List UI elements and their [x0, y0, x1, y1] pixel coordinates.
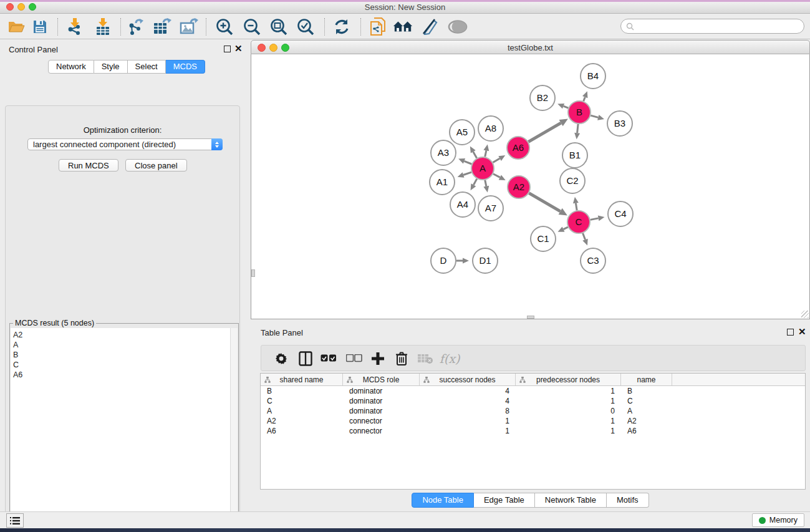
- table-cell[interactable]: 8: [420, 407, 516, 415]
- table-cell[interactable]: B: [621, 387, 672, 395]
- column-header-shared-name[interactable]: shared name: [261, 374, 343, 385]
- graph-edge[interactable]: [591, 218, 599, 220]
- table-cell[interactable]: A: [621, 407, 672, 415]
- tab-style[interactable]: Style: [94, 60, 128, 74]
- table-row[interactable]: A6connector11A6: [261, 426, 805, 436]
- result-list-item[interactable]: A6: [13, 370, 230, 380]
- graph-edge[interactable]: [577, 124, 578, 133]
- graph-edge[interactable]: [485, 150, 486, 157]
- close-panel-button[interactable]: Close panel: [125, 159, 187, 172]
- graph-edge[interactable]: [529, 193, 560, 211]
- window-resize-grip[interactable]: [801, 311, 809, 318]
- table-options-gear-icon[interactable]: [271, 349, 291, 369]
- result-list-item[interactable]: C: [13, 360, 230, 370]
- table-cell[interactable]: 1: [420, 427, 516, 435]
- graph-edge[interactable]: [576, 203, 577, 211]
- table-cell[interactable]: A2: [261, 417, 343, 425]
- table-cell[interactable]: dominator: [343, 387, 420, 395]
- table-cell[interactable]: 1: [516, 417, 621, 425]
- table-body[interactable]: Bdominator41BCdominator41CAdominator80AA…: [261, 386, 805, 436]
- export-table-icon[interactable]: [152, 17, 172, 37]
- column-header-successor-nodes[interactable]: successor nodes: [420, 374, 516, 385]
- table-cell[interactable]: B: [261, 387, 343, 395]
- column-browser-icon[interactable]: [296, 349, 316, 369]
- tab-node-table[interactable]: Node Table: [412, 493, 474, 508]
- network-graph[interactable]: AA1A3A5A8A4A7A6A2BB2B4B3B1CC2C4C1C3DD1: [251, 54, 809, 318]
- import-network-icon[interactable]: [65, 17, 85, 37]
- graph-edge[interactable]: [493, 158, 499, 162]
- mcds-result-list[interactable]: A2ABCA6: [11, 328, 230, 532]
- graph-edge[interactable]: [485, 180, 486, 186]
- delete-table-icon[interactable]: [415, 349, 435, 369]
- refresh-icon[interactable]: [332, 17, 352, 37]
- add-column-icon[interactable]: [368, 349, 388, 369]
- hide-labels-icon[interactable]: [420, 17, 440, 37]
- zoom-selected-icon[interactable]: [296, 17, 316, 37]
- table-cell[interactable]: connector: [343, 427, 420, 435]
- table-cell[interactable]: 4: [420, 397, 516, 405]
- table-cell[interactable]: dominator: [343, 407, 420, 415]
- graph-edge[interactable]: [583, 233, 586, 239]
- home-layout-icon[interactable]: [393, 17, 413, 37]
- table-cell[interactable]: C: [621, 397, 672, 405]
- search-input[interactable]: [620, 19, 804, 34]
- zoom-in-icon[interactable]: [215, 17, 234, 37]
- graph-edge[interactable]: [564, 227, 568, 229]
- graph-edge[interactable]: [528, 123, 561, 142]
- table-header-row[interactable]: shared nameMCDS rolesuccessor nodesprede…: [261, 374, 805, 386]
- table-cell[interactable]: connector: [343, 417, 420, 425]
- tab-network[interactable]: Network: [48, 60, 94, 74]
- table-cell[interactable]: 1: [516, 397, 621, 405]
- network-window-titlebar[interactable]: testGlobe.txt: [251, 40, 810, 54]
- zoom-fit-icon[interactable]: [269, 17, 289, 37]
- graph-edge[interactable]: [493, 174, 500, 178]
- export-network-icon[interactable]: [126, 17, 146, 37]
- graph-edge[interactable]: [584, 97, 585, 102]
- graph-edge[interactable]: [564, 106, 569, 108]
- table-cell[interactable]: 1: [516, 427, 621, 435]
- select-all-icon[interactable]: [319, 349, 339, 369]
- task-history-button[interactable]: [6, 513, 24, 528]
- graph-edge[interactable]: [473, 179, 476, 185]
- table-cell[interactable]: 1: [516, 387, 621, 395]
- close-panel-icon[interactable]: ✕: [234, 45, 243, 52]
- node-table[interactable]: shared nameMCDS rolesuccessor nodesprede…: [260, 373, 806, 490]
- float-panel-icon[interactable]: [224, 46, 231, 52]
- table-cell[interactable]: C: [261, 397, 343, 405]
- zoom-out-icon[interactable]: [242, 17, 262, 37]
- graph-edge[interactable]: [464, 161, 471, 164]
- table-close-icon[interactable]: ✕: [798, 328, 806, 335]
- result-list-item[interactable]: A2: [13, 330, 230, 340]
- column-header-name[interactable]: name: [621, 374, 672, 385]
- delete-column-icon[interactable]: [392, 349, 412, 369]
- show-graphics-eye-icon[interactable]: [448, 17, 468, 37]
- result-scrollbar[interactable]: [230, 328, 238, 532]
- bottom-pane-handle[interactable]: [527, 316, 534, 319]
- table-cell[interactable]: A: [261, 407, 343, 415]
- tab-edge-table[interactable]: Edge Table: [474, 493, 535, 508]
- table-cell[interactable]: 4: [420, 387, 516, 395]
- import-table-icon[interactable]: [93, 17, 113, 37]
- table-float-icon[interactable]: [787, 329, 794, 336]
- open-file-icon[interactable]: [6, 17, 26, 37]
- left-pane-handle[interactable]: [251, 269, 255, 277]
- result-list-item[interactable]: A: [13, 340, 230, 350]
- column-header-MCDS-role[interactable]: MCDS role: [343, 374, 420, 385]
- column-header-predecessor-nodes[interactable]: predecessor nodes: [516, 374, 621, 385]
- table-cell[interactable]: A6: [621, 427, 672, 435]
- deselect-all-icon[interactable]: [344, 349, 364, 369]
- table-row[interactable]: A2connector11A2: [261, 416, 805, 426]
- result-list-item[interactable]: B: [13, 350, 230, 360]
- table-cell[interactable]: dominator: [343, 397, 420, 405]
- table-row[interactable]: Bdominator41B: [261, 386, 805, 396]
- table-cell[interactable]: 1: [420, 417, 516, 425]
- tab-select[interactable]: Select: [128, 60, 166, 74]
- tab-mcds[interactable]: MCDS: [166, 60, 205, 74]
- table-cell[interactable]: A2: [621, 417, 672, 425]
- memory-button[interactable]: Memory: [752, 513, 804, 527]
- table-row[interactable]: Cdominator41C: [261, 396, 805, 406]
- optimization-criterion-dropdown[interactable]: largest connected component (directed): [27, 138, 223, 150]
- graph-edge[interactable]: [591, 115, 598, 117]
- network-canvas[interactable]: AA1A3A5A8A4A7A6A2BB2B4B3B1CC2C4C1C3DD1: [251, 54, 810, 319]
- clone-network-icon[interactable]: [368, 17, 388, 37]
